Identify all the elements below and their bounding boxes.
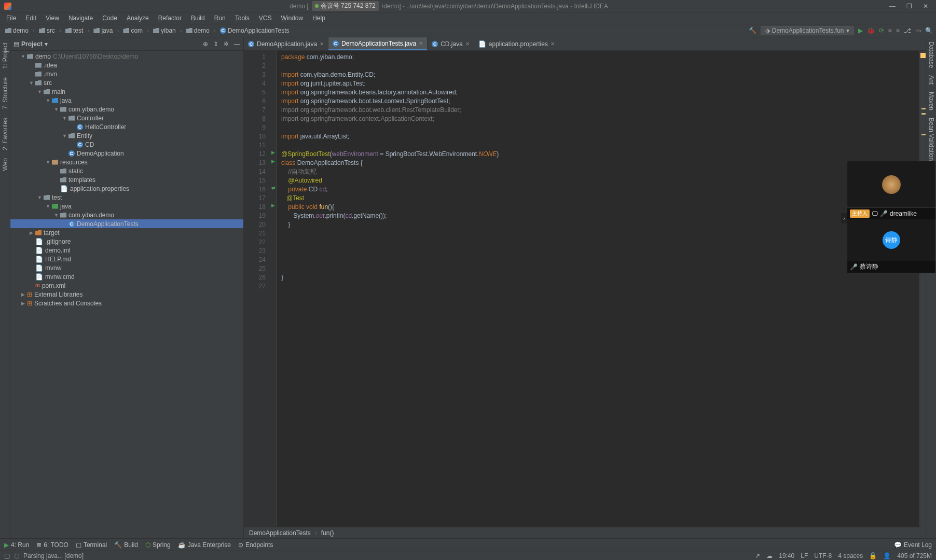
tab-application.properties[interactable]: 📄application.properties✕ [474,37,559,50]
build-tool-button[interactable]: 🔨Build [114,541,138,549]
terminal-tool-button[interactable]: ▢Terminal [76,541,107,549]
tree-node-Controller[interactable]: ▼Controller [10,114,243,122]
tree-node-HELP-md[interactable]: 📄HELP.md [10,255,243,263]
warn-marker[interactable] [921,134,926,135]
tree-node-target[interactable]: ▶target [10,228,243,237]
javaee-tool-button[interactable]: ☕Java Enterprise [178,541,231,549]
tree-node-resources[interactable]: ▼resources [10,158,243,166]
crumb-java[interactable]: java [91,27,115,34]
warn-marker[interactable] [921,108,926,109]
meeting-overlay[interactable]: › 主持人 🖵 🎤 dreamlike 诗静 🎤 蔡诗静 [847,161,936,273]
tree-node-application-properties[interactable]: 📄application.properties [10,184,243,193]
tree-node-main[interactable]: ▼main [10,87,243,96]
breadcrumb[interactable]: demosrctestjavacomyibandemoCDemoApplicat… [3,27,292,34]
vcs-icon[interactable]: ⎇ [904,27,911,34]
tree-node-CD[interactable]: CCD [10,140,243,149]
build-icon[interactable]: 🔨 [749,27,756,34]
menu-vcs[interactable]: VCS [255,13,276,23]
menu-tools[interactable]: Tools [231,13,254,23]
run-button[interactable]: ▶ [858,27,863,34]
line-gutter[interactable]: 1234567891011121314151617181920212223242… [244,51,270,527]
project-dropdown-icon[interactable]: ▤ [13,40,19,48]
tree-node-DemoApplicationTests[interactable]: CDemoApplicationTests [10,219,243,228]
crumb-demo[interactable]: demo [184,27,212,34]
editor-breadcrumb[interactable]: DemoApplicationTests›fun() [244,527,926,538]
debug-button[interactable]: 🐞 [867,27,875,34]
stop-all-button[interactable]: ■ [896,27,900,34]
tool-windows-icon[interactable]: ▢ [4,552,10,559]
line-ending[interactable]: LF [801,552,808,559]
tree-node-pom-xml[interactable]: mpom.xml [10,281,243,290]
cloud-icon[interactable]: ☁ [766,552,773,559]
tree-node-mvnw-cmd[interactable]: 📄mvnw.cmd [10,272,243,281]
search-icon[interactable]: 🔍 [925,27,933,34]
close-tab-icon[interactable]: ✕ [465,41,470,47]
error-stripe[interactable] [919,51,926,527]
tree-node-Scratches and Consoles[interactable]: ▶⊞Scratches and Consoles [10,299,243,307]
tree-node-java[interactable]: ▼java [10,202,243,211]
tree-node-java[interactable]: ▼java [10,96,243,105]
cursor-pos[interactable]: 19:40 [779,552,794,559]
tree-node-com-yiban-demo[interactable]: ▼com.yiban.demo [10,211,243,219]
dropdown-arrow-icon[interactable]: ▾ [45,40,48,48]
memory[interactable]: 405 of 725M [897,552,932,559]
tree-node-test[interactable]: ▼test [10,193,243,202]
rail-Maven[interactable]: Maven [928,90,935,113]
locate-icon[interactable]: ⊕ [203,40,208,48]
tree-node--gitignore[interactable]: 📄.gitignore [10,237,243,246]
indent[interactable]: 4 spaces [838,552,863,559]
crumb-DemoApplicationTests[interactable]: CDemoApplicationTests [218,27,292,34]
collapse-icon[interactable]: ⇕ [213,40,218,48]
stop-button[interactable]: ■ [888,27,892,34]
close-tab-icon[interactable]: ✕ [419,40,423,46]
eventlog-tool-button[interactable]: 💬Event Log [894,541,932,549]
crumb-test[interactable]: test [63,27,85,34]
marker-gutter[interactable]: ▶▶⇄▶ [270,51,277,527]
tab-CD.java[interactable]: CCD.java✕ [428,37,474,50]
gear-icon[interactable]: ✲ [224,40,229,48]
tab-DemoApplicationTests.java[interactable]: CDemoApplicationTests.java✕ [328,37,428,50]
todo-tool-button[interactable]: ≣6: TODO [36,541,68,549]
tree-node-DemoApplication[interactable]: CDemoApplication [10,149,243,158]
code-editor[interactable]: package com.yiban.demo; import com.yiban… [277,51,919,527]
menu-analyze[interactable]: Analyze [122,13,153,23]
menu-navigate[interactable]: Navigate [64,13,97,23]
menu-build[interactable]: Build [187,13,209,23]
run-tool-button[interactable]: ▶4: Run [4,541,29,549]
tab-DemoApplication.java[interactable]: CDemoApplication.java✕ [244,37,328,50]
maximize-button[interactable]: ❐ [903,3,915,10]
rail-1Project[interactable]: 1: Project [2,40,9,71]
warn-marker[interactable] [920,53,926,58]
encoding[interactable]: UTF-8 [814,552,832,559]
tree-node-demo-iml[interactable]: 📄demo.iml [10,246,243,255]
readonly-icon[interactable]: 🔓 [869,552,877,559]
goto-icon[interactable]: ↗ [755,552,760,559]
rail-Ant[interactable]: Ant [928,73,935,87]
menu-edit[interactable]: Edit [21,13,40,23]
tree-node-demo[interactable]: ▼demo C:\Users\10756\Desktop\demo [10,52,243,61]
close-button[interactable]: ✕ [919,3,932,10]
collapse-overlay-button[interactable]: › [841,213,847,223]
tree-node-src[interactable]: ▼src [10,78,243,87]
rail-Database[interactable]: Database [928,39,935,70]
inspect-icon[interactable]: 👤 [883,552,891,559]
spring-tool-button[interactable]: ⬡Spring [145,541,171,549]
tree-node-Entity[interactable]: ▼Entity [10,131,243,140]
minimize-button[interactable]: — [886,3,899,10]
menu-run[interactable]: Run [210,13,230,23]
rail-Web[interactable]: Web [2,156,9,173]
menu-view[interactable]: View [42,13,63,23]
coverage-button[interactable]: ⟳ [879,27,884,34]
tree-node-com-yiban-demo[interactable]: ▼com.yiban.demo [10,105,243,114]
tree-node-External Libraries[interactable]: ▶⊞External Libraries [10,290,243,299]
tree-node-mvnw[interactable]: 📄mvnw [10,263,243,272]
layout-icon[interactable]: ▭ [915,27,921,34]
close-tab-icon[interactable]: ✕ [320,41,324,47]
warn-marker[interactable] [921,113,926,115]
crumb-yiban[interactable]: yiban [151,27,178,34]
rail-2Favorites[interactable]: 2: Favorites [2,116,9,152]
tree-node-HelloController[interactable]: CHelloController [10,122,243,131]
menu-help[interactable]: Help [308,13,329,23]
menu-refactor[interactable]: Refactor [154,13,186,23]
crumb-com[interactable]: com [121,27,145,34]
